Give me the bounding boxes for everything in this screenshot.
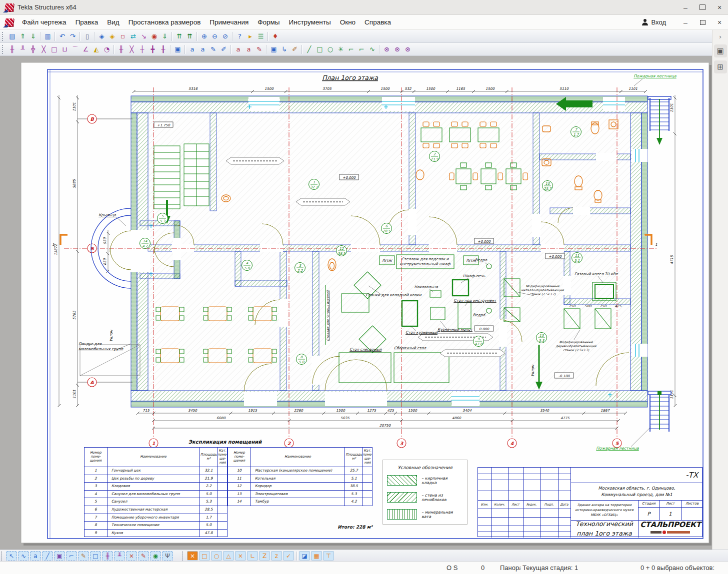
select-curves-icon[interactable]: ∿ <box>18 551 29 561</box>
dim-angle-icon[interactable]: ∠ <box>80 44 91 54</box>
components-catalog-icon[interactable]: ⊞ <box>714 60 727 73</box>
select-grids-icon[interactable]: ╫ <box>102 551 113 561</box>
hide-object-icon[interactable]: ⊗ <box>382 44 392 54</box>
snap-centers-icon[interactable]: ○ <box>211 551 222 561</box>
snap-off-icon[interactable]: × <box>187 551 198 561</box>
dimension-properties-icon[interactable]: ▫ <box>118 31 128 41</box>
text-frame-icon[interactable]: ✐ <box>218 44 229 54</box>
snap-endpoints-icon[interactable]: □ <box>199 551 210 561</box>
save-drawing-as-icon[interactable]: ⇓ <box>28 31 38 41</box>
view-properties-icon[interactable]: ◈ <box>96 31 107 41</box>
snap-extensions-icon[interactable]: Z <box>259 551 270 561</box>
dim-diagonal-icon[interactable]: ╳ <box>38 44 49 54</box>
import-drawing-icon[interactable]: ⇓ <box>160 31 170 41</box>
snap-ortho-icon[interactable]: ◪ <box>299 551 310 561</box>
login-button[interactable]: Вход <box>652 18 666 26</box>
menu-item[interactable]: Формы <box>253 18 284 26</box>
draw-polyline-icon[interactable]: ⌐ <box>346 44 356 54</box>
update-marks-icon[interactable]: ⇈ <box>174 31 184 41</box>
draw-spline-icon[interactable]: ∿ <box>367 44 378 54</box>
select-views-icon[interactable]: ⌐ <box>66 551 77 561</box>
print-drawing-icon[interactable]: ▥ <box>42 31 53 41</box>
text-underline-icon[interactable]: a <box>187 44 198 54</box>
snap-grid-icon[interactable]: ▦ <box>311 551 322 561</box>
text-leader-icon[interactable]: ✎ <box>208 44 218 54</box>
dim-curved-icon[interactable]: ⌒ <box>70 44 80 54</box>
mark-leader-icon[interactable]: ✎ <box>254 44 264 54</box>
maximize-button[interactable] <box>694 0 711 14</box>
snap-free-icon[interactable]: ✓ <box>283 551 294 561</box>
dim-cross-icon[interactable]: ╳ <box>126 44 137 54</box>
freehand-pen-icon[interactable]: ✐ <box>290 44 300 54</box>
snap-reference-icon[interactable]: ⊤ <box>323 551 334 561</box>
update-all-icon[interactable]: ⇈ <box>184 31 195 41</box>
symbol-insert-icon[interactable]: ▣ <box>268 44 279 54</box>
toolbar-drag-handle[interactable] <box>2 32 5 41</box>
dim-add-point-icon[interactable]: ╋ <box>148 44 158 54</box>
snap-intersections-icon[interactable]: × <box>235 551 246 561</box>
draw-circle-icon[interactable]: ○ <box>325 44 336 54</box>
text-dotted-icon[interactable]: a <box>198 44 208 54</box>
publish-drawing-icon[interactable]: ♦ <box>270 31 280 41</box>
shortening-icon[interactable]: ↘ <box>138 31 149 41</box>
menu-item[interactable]: Инструменты <box>284 18 336 26</box>
menu-item[interactable]: Вид <box>102 18 124 26</box>
drawing-list-icon[interactable]: ☰ <box>256 31 266 41</box>
select-gridlines-icon[interactable]: ╨ <box>114 551 125 561</box>
snap-perpendicular-icon[interactable]: ∟ <box>247 551 258 561</box>
toolbar-drag-handle[interactable] <box>2 45 5 54</box>
context-help-icon[interactable]: ? <box>234 31 245 41</box>
redo-icon[interactable]: ↷ <box>68 31 78 41</box>
open-model-folder-icon[interactable]: ▸ <box>245 31 256 41</box>
undo-icon[interactable]: ↶ <box>57 31 68 41</box>
select-lines-icon[interactable]: ╱ <box>42 551 53 561</box>
dim-group-icon[interactable]: ╫ <box>116 44 126 54</box>
dim-triangle-icon[interactable]: ◭ <box>91 44 102 54</box>
drawing-properties-icon[interactable]: ▯ <box>82 31 92 41</box>
leader-arrow-icon[interactable]: ↳ <box>279 44 290 54</box>
dim-parallel-icon[interactable]: ╨ <box>18 44 28 54</box>
menu-item[interactable]: Примечания <box>205 18 253 26</box>
dim-orthogonal-icon[interactable]: ╫ <box>7 44 18 54</box>
draw-rectangle-icon[interactable]: □ <box>314 44 325 54</box>
dim-free-icon[interactable]: ╬ <box>28 44 38 54</box>
minimize-button[interactable]: – <box>677 0 694 14</box>
draw-line-icon[interactable]: ╱ <box>304 44 314 54</box>
toolbar-drag-handle[interactable] <box>1 552 4 561</box>
menu-close-button[interactable]: × <box>711 18 728 26</box>
new-drawing-icon[interactable]: ▤ <box>7 31 18 41</box>
menu-item[interactable]: Окно <box>336 18 360 26</box>
zoom-in-icon[interactable]: ⊕ <box>199 31 210 41</box>
menu-item[interactable]: Файл чертежа <box>18 18 71 26</box>
select-annotations-icon[interactable]: ✎ <box>78 551 89 561</box>
snap-midpoints-icon[interactable]: △ <box>223 551 234 561</box>
grid-properties-icon[interactable]: ◉ <box>149 31 160 41</box>
object-level-settings-icon[interactable]: ⇄ <box>128 31 138 41</box>
select-plugins-icon[interactable]: Ψ <box>162 551 173 561</box>
dim-u-icon[interactable]: ⊔ <box>60 44 70 54</box>
draw-cloud-icon[interactable]: ✳ <box>336 44 346 54</box>
menu-minimize-button[interactable]: – <box>677 18 694 26</box>
dim-clock-icon[interactable]: ◔ <box>102 44 112 54</box>
hide-component-icon[interactable]: ⊗ <box>392 44 402 54</box>
select-marks-icon[interactable]: ▣ <box>54 551 65 561</box>
close-button[interactable]: × <box>711 0 728 14</box>
select-dimension-icon[interactable]: ▣ <box>172 44 183 54</box>
select-welds-icon[interactable]: × <box>126 551 137 561</box>
mark-underline-icon[interactable]: a <box>233 44 244 54</box>
select-reinforcement-icon[interactable]: ◉ <box>150 551 161 561</box>
select-all-icon[interactable]: ↖ <box>6 551 17 561</box>
select-frames-icon[interactable]: □ <box>90 551 101 561</box>
draw-polygon-icon[interactable]: ⌐ <box>356 44 367 54</box>
mark-dotted-icon[interactable]: a <box>244 44 254 54</box>
zoom-previous-icon[interactable]: ⊘ <box>220 31 230 41</box>
hide-text-icon[interactable]: ⊗ <box>402 44 413 54</box>
panel-collapse-icon[interactable]: › <box>712 33 728 40</box>
menu-restore-button[interactable] <box>694 20 711 25</box>
drawing-canvas[interactable]: 1 2 3 4 5 В Б А 1 1 <box>0 56 712 550</box>
save-drawing-icon[interactable]: ⇑ <box>18 31 28 41</box>
select-texts-icon[interactable]: a <box>30 551 41 561</box>
menu-item[interactable]: Справка <box>360 18 396 26</box>
select-edits-icon[interactable]: ✎ <box>138 551 149 561</box>
zoom-out-icon[interactable]: ⊖ <box>210 31 220 41</box>
